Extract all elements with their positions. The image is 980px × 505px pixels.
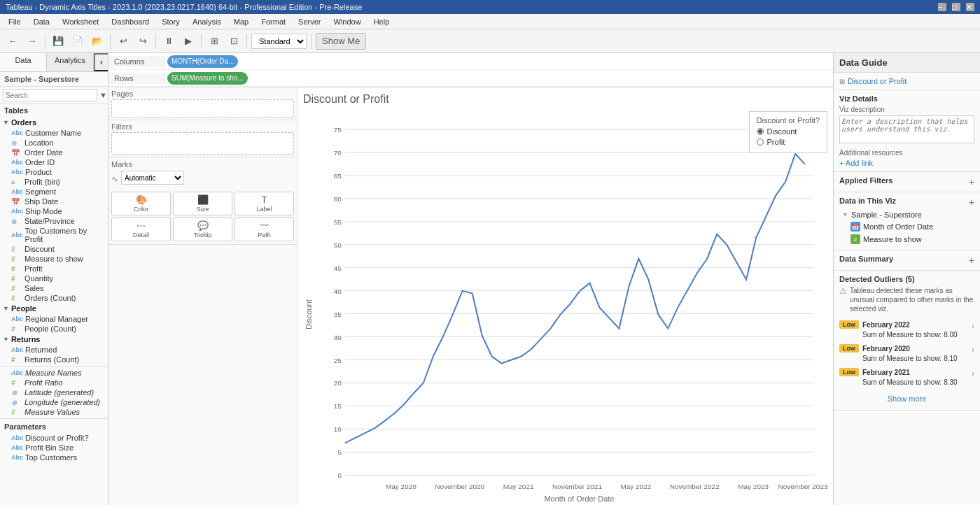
legend-discount-radio[interactable] (757, 128, 764, 135)
rows-pill[interactable]: SUM(Measure to sho... (167, 72, 248, 85)
tab-analytics[interactable]: Analytics (47, 53, 94, 71)
fit-btn[interactable]: ⊡ (225, 33, 242, 50)
tree-people-count[interactable]: #People (Count) (0, 324, 108, 334)
tree-regional-manager[interactable]: AbcRegional Manager (0, 314, 108, 324)
hash-icon-2: # (11, 246, 22, 253)
pause-btn[interactable]: ⏸ (160, 33, 177, 50)
section-orders[interactable]: ▼ Orders (0, 117, 108, 128)
collapse-panel-btn[interactable]: ‹ (94, 53, 108, 71)
outlier-feb2021[interactable]: Low February 2021 Sum of Measure to show… (839, 368, 974, 387)
tree-discount[interactable]: #Discount (0, 244, 108, 254)
add-link[interactable]: + Add link (839, 159, 873, 167)
menu-map[interactable]: Map (228, 16, 254, 27)
close-btn[interactable]: ✕ (966, 3, 974, 11)
path-btn[interactable]: 〰 Path (234, 218, 294, 241)
tree-customer-name[interactable]: AbcCustomer Name (0, 128, 108, 138)
abc-icon-5: Abc (11, 208, 23, 215)
legend-discount[interactable]: Discount (757, 127, 820, 136)
outlier-feb2022[interactable]: Low February 2022 Sum of Measure to show… (839, 320, 974, 340)
tree-segment[interactable]: AbcSegment (0, 187, 108, 197)
viz-title-link[interactable]: Discount or Profit (848, 77, 906, 85)
size-label: Size (197, 206, 209, 213)
menu-data[interactable]: Data (28, 16, 55, 27)
tree-profit-bin[interactable]: ≡Profit (bin) (0, 177, 108, 187)
forward-btn[interactable]: → (24, 33, 41, 50)
tree-measure-show[interactable]: #Measure to show (0, 254, 108, 264)
menu-worksheet[interactable]: Worksheet (57, 16, 104, 27)
new-btn[interactable]: 📄 (69, 33, 86, 50)
tree-measure-values[interactable]: #Measure Values (0, 407, 108, 417)
hash-icon-10: # (11, 379, 22, 387)
view-btn[interactable]: ⊞ (206, 33, 223, 50)
tree-ship-date[interactable]: 📅Ship Date (0, 197, 108, 206)
menu-file[interactable]: File (3, 16, 27, 27)
marks-type-select[interactable]: Automatic (121, 171, 184, 185)
menu-format[interactable]: Format (255, 16, 291, 27)
data-summary-header: Data Summary + (839, 255, 974, 266)
back-btn[interactable]: ← (4, 33, 21, 50)
redo-btn[interactable]: ↪ (134, 33, 151, 50)
tree-param-top-customers[interactable]: AbcTop Customers (0, 453, 108, 462)
tree-profit-ratio[interactable]: #Profit Ratio (0, 378, 108, 387)
tree-ship-mode[interactable]: AbcShip Mode (0, 206, 108, 216)
detail-btn[interactable]: ⋯ Detail (111, 218, 171, 241)
menu-analysis[interactable]: Analysis (187, 16, 227, 27)
tree-quantity[interactable]: #Quantity (0, 273, 108, 283)
outlier-arrow-3: › (972, 369, 974, 378)
tree-profit[interactable]: #Profit (0, 264, 108, 273)
tree-order-id[interactable]: AbcOrder ID (0, 157, 108, 167)
undo-btn[interactable]: ↩ (115, 33, 132, 50)
tree-sales[interactable]: #Sales (0, 283, 108, 293)
svg-text:45: 45 (334, 264, 342, 272)
tree-param-discount-profit[interactable]: AbcDiscount or Profit? (0, 433, 108, 443)
data-summary-add[interactable]: + (969, 255, 974, 266)
chart-svg: Discount 0 5 10 15 (303, 111, 827, 504)
label-btn[interactable]: T Label (234, 192, 294, 215)
applied-filters-add[interactable]: + (969, 176, 974, 187)
tree-longitude[interactable]: ⊕Longitude (generated) (0, 397, 108, 407)
svg-text:20: 20 (334, 379, 342, 387)
open-btn[interactable]: 📂 (89, 33, 106, 50)
pages-drop[interactable] (111, 99, 294, 118)
search-input[interactable] (3, 89, 97, 101)
tree-returns-count[interactable]: #Returns (Count) (0, 355, 108, 364)
columns-pill[interactable]: MONTH(Order Da... (167, 55, 238, 68)
menu-server[interactable]: Server (293, 16, 326, 27)
color-btn[interactable]: 🎨 Color (111, 192, 171, 215)
show-me-btn[interactable]: Show Me (316, 33, 366, 50)
section-returns[interactable]: ▼ Returns (0, 334, 108, 345)
data-in-viz-add[interactable]: + (969, 197, 974, 208)
menu-window[interactable]: Window (328, 16, 367, 27)
menu-dashboard[interactable]: Dashboard (106, 16, 155, 27)
filter-icon[interactable]: ▼ (99, 91, 107, 99)
minimize-btn[interactable]: − (938, 3, 946, 11)
tree-location[interactable]: ⊕Location (0, 138, 108, 148)
legend-profit-radio[interactable] (757, 138, 764, 145)
fit-dropdown[interactable]: Standard (251, 34, 307, 49)
menu-help[interactable]: Help (368, 16, 396, 27)
size-btn[interactable]: ⬛ Size (173, 192, 232, 215)
tree-state-province[interactable]: ⊕State/Province (0, 216, 108, 226)
save-btn[interactable]: 💾 (50, 33, 66, 50)
outlier-feb2020[interactable]: Low February 2020 Sum of Measure to show… (839, 344, 974, 364)
tree-product[interactable]: AbcProduct (0, 167, 108, 177)
tree-order-date[interactable]: 📅Order Date (0, 148, 108, 157)
tree-measure-names[interactable]: AbcMeasure Names (0, 368, 108, 378)
show-more-link[interactable]: Show more (839, 392, 974, 406)
tree-latitude[interactable]: ⊕Latitude (generated) (0, 387, 108, 397)
tab-data[interactable]: Data (0, 53, 47, 71)
maximize-btn[interactable]: □ (952, 3, 960, 11)
run-btn[interactable]: ▶ (180, 33, 197, 50)
legend-profit[interactable]: Profit (757, 138, 820, 146)
tree-top-customers[interactable]: AbcTop Customers by Profit (0, 226, 108, 244)
tree-param-profit-bin[interactable]: AbcProfit Bin Size (0, 443, 108, 453)
tree-returned[interactable]: AbcReturned (0, 345, 108, 355)
toolbar-sep-5 (246, 34, 247, 49)
viz-desc-textarea[interactable] (839, 115, 974, 143)
menu-story[interactable]: Story (156, 16, 186, 27)
tree-orders-count[interactable]: #Orders (Count) (0, 293, 108, 303)
filters-drop[interactable] (111, 132, 294, 155)
low-badge-1: Low (839, 320, 859, 329)
tooltip-btn[interactable]: 💬 Tooltip (173, 218, 232, 241)
section-people[interactable]: ▼ People (0, 303, 108, 314)
